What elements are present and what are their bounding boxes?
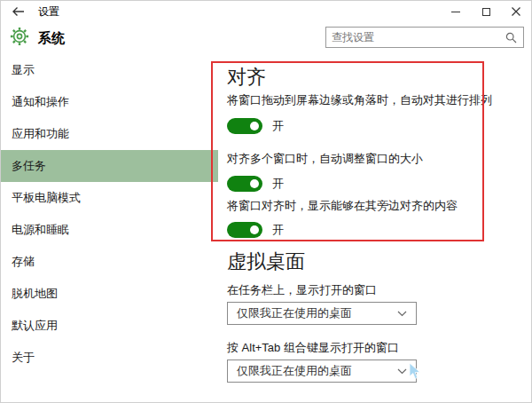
search-icon[interactable] xyxy=(505,32,517,43)
snap-setting-3-toggle[interactable] xyxy=(227,222,262,238)
sidebar-item-notifications-actions[interactable]: 通知和操作 xyxy=(1,86,218,118)
window-title: 设置 xyxy=(38,4,59,20)
sidebar-item-storage[interactable]: 存储 xyxy=(1,246,218,278)
sidebar-item-multitasking[interactable]: 多任务 xyxy=(1,150,218,182)
page-title: 系统 xyxy=(38,30,65,47)
close-icon xyxy=(512,7,520,16)
chevron-down-icon xyxy=(397,311,407,317)
toggle-knob xyxy=(250,122,259,130)
search-input[interactable] xyxy=(326,31,505,43)
back-arrow-icon xyxy=(12,6,25,17)
snap-setting-1-state: 开 xyxy=(272,118,284,134)
chevron-down-icon xyxy=(397,368,407,375)
snap-setting-1-row: 开 xyxy=(227,118,532,134)
taskbar-windows-label: 在任务栏上，显示打开的窗口 xyxy=(227,283,532,296)
snap-setting-3-label: 将窗口对齐时，显示能够在其旁边对齐的内容 xyxy=(227,199,532,212)
snap-setting-3-state: 开 xyxy=(272,222,284,238)
snap-setting-2-row: 开 xyxy=(227,176,532,192)
maximize-icon xyxy=(482,8,490,16)
virtual-desktops-heading: 虚拟桌面 xyxy=(227,250,532,273)
snap-section-heading: 对齐 xyxy=(227,66,532,89)
sidebar-item-apps-features[interactable]: 应用和功能 xyxy=(1,118,218,150)
toggle-knob xyxy=(250,225,259,234)
settings-window: 设置 系统 xyxy=(0,0,532,403)
back-button[interactable] xyxy=(4,1,31,22)
settings-gear-icon xyxy=(10,27,29,50)
minimize-button[interactable] xyxy=(441,1,471,22)
sidebar-item-about[interactable]: 关于 xyxy=(1,342,218,374)
sidebar: 显示 通知和操作 应用和功能 多任务 平板电脑模式 电源和睡眠 存储 脱机地图 … xyxy=(1,54,218,374)
alt-tab-windows-dropdown[interactable]: 仅限我正在使用的桌面 xyxy=(227,360,417,383)
sidebar-item-power-sleep[interactable]: 电源和睡眠 xyxy=(1,214,218,246)
toggle-knob xyxy=(250,179,259,188)
snap-setting-2-toggle[interactable] xyxy=(227,176,262,192)
taskbar-windows-dropdown[interactable]: 仅限我正在使用的桌面 xyxy=(227,302,417,325)
window-controls xyxy=(441,1,531,22)
close-button[interactable] xyxy=(501,1,531,22)
minimize-icon xyxy=(451,12,460,12)
maximize-button[interactable] xyxy=(471,1,501,22)
snap-setting-2-state: 开 xyxy=(272,176,284,192)
sidebar-item-display[interactable]: 显示 xyxy=(1,54,218,86)
snap-setting-1-toggle[interactable] xyxy=(227,118,262,134)
titlebar: 设置 xyxy=(1,1,531,22)
settings-search-box xyxy=(325,27,524,48)
main-content: 对齐 将窗口拖动到屏幕边缘或角落时，自动对其进行排列 开 对齐多个窗口时，自动调… xyxy=(218,54,532,383)
sidebar-item-default-apps[interactable]: 默认应用 xyxy=(1,310,218,342)
snap-setting-1-label: 将窗口拖动到屏幕边缘或角落时，自动对其进行排列 xyxy=(227,93,532,107)
snap-setting-3-row: 开 xyxy=(227,222,532,238)
sidebar-item-offline-maps[interactable]: 脱机地图 xyxy=(1,278,218,310)
sidebar-item-tablet-mode[interactable]: 平板电脑模式 xyxy=(1,182,218,214)
snap-setting-2-label: 对齐多个窗口时，自动调整窗口的大小 xyxy=(227,152,532,165)
alt-tab-windows-label: 按 Alt+Tab 组合键显示打开的窗口 xyxy=(227,341,532,354)
